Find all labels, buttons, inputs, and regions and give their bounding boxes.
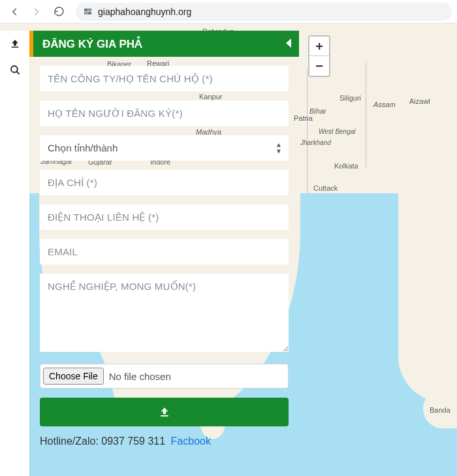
url-text: giaphahoanghuynh.org [98, 7, 191, 17]
svg-point-2 [86, 9, 87, 10]
notes-textarea[interactable] [40, 274, 289, 352]
browser-toolbar: giaphahoanghuynh.org [0, 0, 457, 24]
file-input-row[interactable]: Choose File No file chosen [40, 364, 289, 389]
left-toolbar [0, 31, 29, 476]
svg-line-5 [16, 71, 19, 74]
upload-tab-icon[interactable] [0, 31, 29, 57]
province-select[interactable]: Chọn tỉnh/thành [40, 135, 289, 161]
svg-point-3 [89, 12, 90, 14]
email-input[interactable] [40, 239, 289, 264]
hotline-text: Hotline/Zalo: 0937 759 311 Facbook [40, 436, 289, 447]
phone-input[interactable] [40, 204, 289, 230]
forward-button[interactable] [27, 3, 46, 21]
registration-panel: ĐĂNG KÝ GIA PHẢ Chọn tỉnh/thành ▲▼ Choos… [29, 31, 299, 459]
site-settings-icon[interactable] [82, 7, 93, 17]
choose-file-button[interactable]: Choose File [43, 368, 104, 385]
address-bar[interactable]: giaphahoanghuynh.org [76, 3, 452, 21]
address-input[interactable] [40, 170, 289, 195]
submit-button[interactable] [40, 398, 289, 426]
file-status-label: No file chosen [109, 371, 171, 382]
upload-icon [158, 405, 171, 419]
zoom-out-button[interactable]: − [309, 56, 329, 76]
back-button[interactable] [5, 3, 24, 21]
registrant-name-input[interactable] [40, 101, 289, 126]
collapse-icon[interactable] [286, 39, 291, 48]
panel-header: ĐĂNG KÝ GIA PHẢ [29, 31, 299, 57]
hotline-number: 0937 759 311 [101, 436, 165, 447]
facebook-link[interactable]: Facbook [171, 436, 211, 447]
zoom-control: + − [308, 35, 330, 77]
panel-title: ĐĂNG KÝ GIA PHẢ [42, 37, 142, 51]
search-tab-icon[interactable] [0, 57, 29, 83]
zoom-in-button[interactable]: + [309, 37, 329, 56]
company-input[interactable] [40, 66, 289, 91]
reload-button[interactable] [50, 3, 68, 21]
